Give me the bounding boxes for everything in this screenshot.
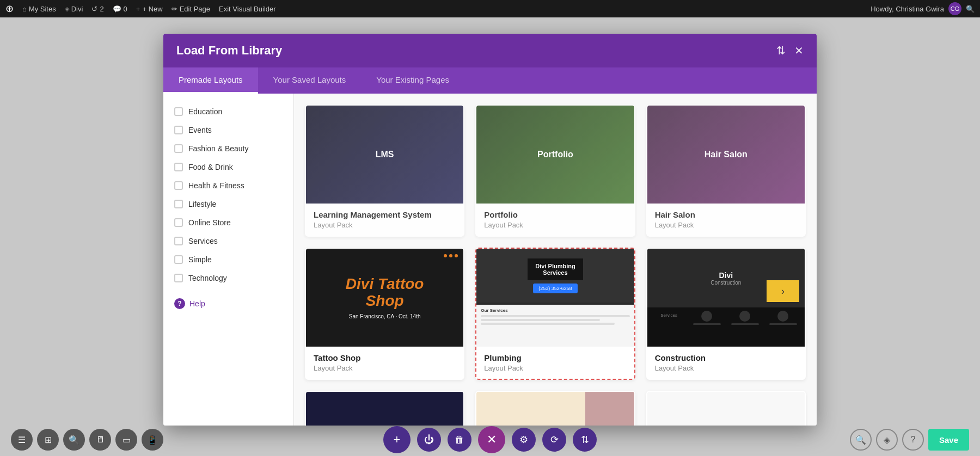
sidebar-item-services[interactable]: Services	[163, 232, 293, 250]
help-link[interactable]: ? Help	[163, 292, 293, 316]
modal-tabs: Premade Layouts Your Saved Layouts Your …	[163, 67, 817, 94]
lms-name: Learning Management System	[314, 210, 456, 219]
sidebar-item-technology[interactable]: Technology	[163, 269, 293, 287]
sidebar-label-technology: Technology	[188, 274, 227, 282]
edit-page-button[interactable]: ✏ Edit Page	[171, 5, 210, 13]
layout-card-salon[interactable]: Hair Salon Hair Salon Layout Pack	[646, 104, 806, 237]
add-button[interactable]: +	[383, 426, 411, 453]
food-checkbox[interactable]	[174, 163, 183, 171]
education-checkbox[interactable]	[174, 107, 183, 116]
layout-card-lms[interactable]: LMS Learning Management System Layout Pa…	[305, 104, 464, 237]
layout-card-portfolio[interactable]: Portfolio Portfolio Layout Pack	[475, 104, 635, 237]
divi-label: Divi	[71, 5, 83, 13]
divi-menu[interactable]: ◈ Divi	[65, 5, 83, 13]
online-store-checkbox[interactable]	[174, 218, 183, 227]
sidebar-item-education[interactable]: Education	[163, 102, 293, 121]
plumbing-company: Divi Plumbing	[535, 263, 575, 269]
layout-card-picnic[interactable]: Pop Up Picnic Rentals for all Occasions!…	[475, 391, 635, 426]
portfolio-thumb-text: Portfolio	[537, 150, 573, 159]
search-circle[interactable]: 🔍	[850, 429, 872, 451]
simple-checkbox[interactable]	[174, 255, 183, 264]
trash-button[interactable]: 🗑	[448, 428, 471, 452]
tattoo-title: Divi TattooShop	[346, 276, 424, 310]
tattoo-subtitle: San Francisco, CA · Oct. 14th	[349, 313, 421, 319]
exit-builder-button[interactable]: Exit Visual Builder	[219, 5, 276, 13]
sidebar-label-health: Health & Fitness	[188, 181, 244, 190]
sidebar-item-health[interactable]: Health & Fitness	[163, 176, 293, 195]
sort-icon[interactable]: ⇅	[776, 44, 786, 57]
desktop-button[interactable]: 🖥	[89, 429, 111, 451]
sidebar-item-online-store[interactable]: Online Store	[163, 213, 293, 232]
layout-card-arch[interactable]: Divi Architectural Design Agency Archite…	[646, 391, 806, 426]
close-button[interactable]: ✕	[478, 426, 505, 453]
grid-button[interactable]: ⊞	[37, 429, 59, 451]
services-checkbox[interactable]	[174, 237, 183, 245]
plumbing-name: Plumbing	[484, 353, 626, 362]
my-sites-menu[interactable]: ⌂ My Sites	[22, 5, 56, 13]
notifications[interactable]: ↺ 2	[91, 5, 103, 13]
lifestyle-checkbox[interactable]	[174, 200, 183, 208]
sidebar-item-events[interactable]: Events	[163, 121, 293, 139]
mobile-button[interactable]: 📱	[142, 429, 163, 451]
salon-type: Layout Pack	[655, 221, 797, 229]
toolbar-left: ☰ ⊞ 🔍 🖥 ▭ 📱	[11, 429, 163, 451]
layouts-grid: LMS Learning Management System Layout Pa…	[305, 104, 806, 426]
help-label: Help	[189, 299, 205, 308]
hamburger-button[interactable]: ☰	[11, 429, 33, 451]
load-from-library-modal: Load From Library ⇅ ✕ Premade Layouts Yo…	[163, 34, 817, 426]
new-label: + New	[142, 5, 162, 13]
construction-name: Construction	[655, 353, 797, 362]
health-checkbox[interactable]	[174, 181, 183, 190]
content-area: LMS Learning Management System Layout Pa…	[294, 94, 817, 426]
sidebar-item-food[interactable]: Food & Drink	[163, 158, 293, 176]
sidebar-label-services: Services	[188, 237, 218, 245]
new-button[interactable]: + + New	[136, 5, 163, 13]
tattoo-name: Tattoo Shop	[314, 353, 456, 362]
toolbar-right: 🔍 ◈ ? Save	[850, 429, 969, 451]
power-button[interactable]: ⏻	[417, 428, 441, 452]
sidebar-label-online-store: Online Store	[188, 218, 231, 227]
sidebar-item-fashion[interactable]: Fashion & Beauty	[163, 139, 293, 158]
help-circle[interactable]: ?	[902, 429, 924, 451]
tab-premade-layouts[interactable]: Premade Layouts	[163, 67, 258, 94]
tab-saved-layouts[interactable]: Your Saved Layouts	[258, 67, 362, 94]
sidebar-item-simple[interactable]: Simple	[163, 250, 293, 269]
layout-card-tattoo[interactable]: Divi TattooShop San Francisco, CA · Oct.…	[305, 248, 464, 380]
layout-card-plumbing[interactable]: Divi Plumbing Services (253) 352-6258	[475, 248, 635, 380]
sidebar-item-lifestyle[interactable]: Lifestyle	[163, 195, 293, 213]
layers-circle[interactable]: ◈	[876, 429, 898, 451]
search-icon[interactable]: 🔍	[966, 5, 975, 13]
modal-header: Load From Library ⇅ ✕	[163, 34, 817, 67]
modal-overlay: Load From Library ⇅ ✕ Premade Layouts Yo…	[0, 17, 980, 456]
plumbing-phone: (253) 352-6258	[533, 284, 578, 293]
events-checkbox[interactable]	[174, 126, 183, 134]
save-button[interactable]: Save	[928, 429, 969, 451]
settings-button[interactable]: ⚙	[512, 428, 536, 452]
modal-title: Load From Library	[176, 44, 282, 58]
help-icon: ?	[174, 298, 185, 309]
topbar: ⊕ ⌂ My Sites ◈ Divi ↺ 2 💬 0 + + New ✏ Ed…	[0, 0, 980, 17]
layout-card-webinar[interactable]: Join Us for the Divi 2022 Webinar Weeken…	[305, 391, 464, 426]
layout-card-construction[interactable]: Divi Construction › Services	[646, 248, 806, 380]
construction-type: Layout Pack	[655, 364, 797, 372]
transfer-button[interactable]: ⇅	[573, 428, 597, 452]
comments[interactable]: 💬 0	[113, 5, 127, 13]
fashion-checkbox[interactable]	[174, 144, 183, 153]
my-sites-label: My Sites	[29, 5, 56, 13]
sidebar-label-education: Education	[188, 107, 222, 116]
portfolio-type: Layout Pack	[484, 221, 626, 229]
construction-section: Services	[652, 313, 687, 318]
search-button[interactable]: 🔍	[63, 429, 85, 451]
technology-checkbox[interactable]	[174, 274, 183, 282]
history-button[interactable]: ⟳	[542, 428, 566, 452]
close-modal-button[interactable]: ✕	[794, 44, 804, 57]
lms-thumb-text: LMS	[376, 150, 394, 159]
exit-builder-label: Exit Visual Builder	[219, 5, 276, 13]
user-greeting: Howdy, Christina Gwira	[871, 5, 944, 13]
tattoo-type: Layout Pack	[314, 364, 456, 372]
tablet-button[interactable]: ▭	[115, 429, 137, 451]
salon-name: Hair Salon	[655, 210, 797, 219]
sidebar-label-simple: Simple	[188, 255, 212, 264]
tab-existing-pages[interactable]: Your Existing Pages	[361, 67, 464, 94]
wp-icon[interactable]: ⊕	[5, 3, 14, 15]
